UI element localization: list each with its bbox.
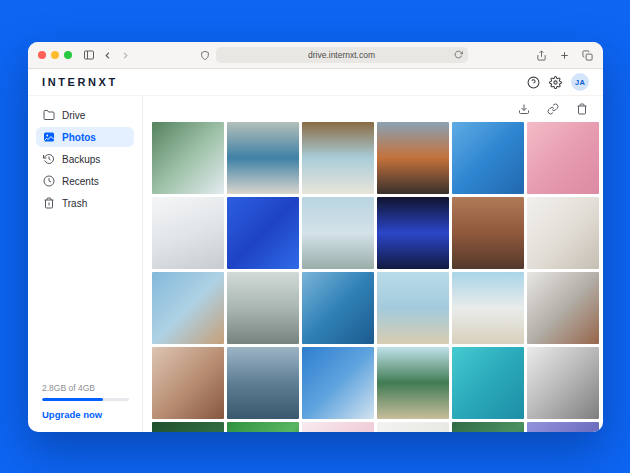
app-body: Drive Photos Backups Recents	[28, 96, 603, 432]
photo-thumbnail-beach-chairs[interactable]	[377, 272, 449, 344]
sidebar-item-label: Photos	[62, 132, 96, 143]
forward-icon[interactable]	[120, 50, 131, 61]
photo-thumbnail-blue-jellyfish[interactable]	[377, 197, 449, 269]
refresh-icon[interactable]	[454, 50, 463, 61]
storage-usage-label: 2.8GB of 4GB	[42, 383, 129, 393]
photo-grid	[143, 122, 603, 432]
photo-thumbnail-green-leaf-closeup[interactable]	[227, 422, 299, 432]
avatar[interactable]: JA	[571, 73, 589, 91]
browser-window: drive.internxt.com INTERNXT	[28, 42, 603, 432]
photo-thumbnail-canyon-hiker[interactable]	[452, 197, 524, 269]
sidebar-item-label: Drive	[62, 110, 85, 121]
storage-progress-bar	[42, 398, 129, 401]
photo-thumbnail-pink-roses[interactable]	[527, 122, 599, 194]
desktop-background: { "colors": { "accent": "#0061fe", "back…	[0, 0, 630, 473]
photo-thumbnail-purple-portrait[interactable]	[527, 422, 599, 432]
photo-thumbnail-monstera-leaves[interactable]	[452, 422, 524, 432]
photos-icon	[43, 131, 55, 143]
photo-thumbnail-mountain-lake-reflection[interactable]	[227, 347, 299, 419]
new-tab-icon[interactable]	[559, 50, 570, 61]
delete-icon[interactable]	[576, 103, 588, 115]
photo-thumbnail-ferris-wheel-sky[interactable]	[452, 122, 524, 194]
browser-toolbar: drive.internxt.com	[28, 42, 603, 69]
sidebar-item-trash[interactable]: Trash	[36, 193, 134, 213]
photo-thumbnail-cliff-diver-sea[interactable]	[227, 122, 299, 194]
photo-thumbnail-blue-paint-abstract[interactable]	[227, 197, 299, 269]
photo-thumbnail-blue-building-sky[interactable]	[302, 347, 374, 419]
history-icon	[43, 153, 55, 165]
photo-thumbnail-blue-glacier-aerial[interactable]	[302, 272, 374, 344]
help-icon[interactable]	[527, 76, 540, 89]
window-controls	[38, 51, 72, 59]
upgrade-now-link[interactable]: Upgrade now	[42, 409, 129, 420]
close-window-button[interactable]	[38, 51, 46, 59]
photo-thumbnail-palm-trees-beach[interactable]	[152, 122, 224, 194]
photo-thumbnail-white-building[interactable]	[152, 197, 224, 269]
storage-progress-fill	[42, 398, 103, 401]
photo-thumbnail-hiker-mountain-lake[interactable]	[227, 272, 299, 344]
sidebar-item-backups[interactable]: Backups	[36, 149, 134, 169]
photo-thumbnail-shadow-facade[interactable]	[527, 347, 599, 419]
back-icon[interactable]	[102, 50, 113, 61]
sidebar-item-recents[interactable]: Recents	[36, 171, 134, 191]
clock-icon	[43, 175, 55, 187]
photo-thumbnail-sunset-mountain-ridge[interactable]	[377, 122, 449, 194]
photo-thumbnail-white-plant-minimal[interactable]	[377, 422, 449, 432]
sidebar-item-drive[interactable]: Drive	[36, 105, 134, 125]
photo-thumbnail-deck-chairs-shore[interactable]	[452, 272, 524, 344]
app-header: INTERNXT JA	[28, 69, 603, 96]
zoom-window-button[interactable]	[64, 51, 72, 59]
photo-thumbnail-dark-leaves[interactable]	[152, 422, 224, 432]
photo-thumbnail-pink-petals[interactable]	[302, 422, 374, 432]
photo-thumbnail-woman-by-sea[interactable]	[152, 272, 224, 344]
minimize-window-button[interactable]	[51, 51, 59, 59]
settings-gear-icon[interactable]	[549, 76, 562, 89]
sidebar-item-label: Trash	[62, 198, 87, 209]
internxt-logo: INTERNXT	[42, 76, 118, 88]
sidebar-item-label: Backups	[62, 154, 100, 165]
browser-actions	[536, 50, 593, 61]
url-text: drive.internxt.com	[308, 50, 375, 60]
shield-icon[interactable]	[200, 50, 210, 61]
sidebar-item-photos[interactable]: Photos	[36, 127, 134, 147]
address-area: drive.internxt.com	[138, 47, 529, 63]
photo-thumbnail-person-with-cat[interactable]	[152, 347, 224, 419]
photo-thumbnail-turquoise-snorkeler[interactable]	[452, 347, 524, 419]
photo-thumbnail-palm-beach-lounger[interactable]	[377, 347, 449, 419]
photos-content	[143, 96, 603, 432]
tab-overview-icon[interactable]	[582, 50, 593, 61]
photo-thumbnail-studio-interior[interactable]	[527, 197, 599, 269]
photo-thumbnail-beach-hut-sea-view[interactable]	[302, 122, 374, 194]
photos-toolbar	[143, 96, 603, 122]
folder-icon	[43, 109, 55, 121]
share-icon[interactable]	[536, 50, 547, 61]
photo-thumbnail-opera-house-clouds[interactable]	[302, 197, 374, 269]
photo-thumbnail-loft-living-room[interactable]	[527, 272, 599, 344]
sidebar-item-label: Recents	[62, 176, 99, 187]
storage-widget: 2.8GB of 4GB Upgrade now	[42, 383, 129, 420]
download-icon[interactable]	[518, 103, 530, 115]
sidebar: Drive Photos Backups Recents	[28, 96, 143, 432]
address-bar[interactable]: drive.internxt.com	[216, 47, 468, 63]
sidebar-toggle-icon[interactable]	[83, 49, 95, 61]
share-link-icon[interactable]	[547, 103, 559, 115]
trash-icon	[43, 197, 55, 209]
